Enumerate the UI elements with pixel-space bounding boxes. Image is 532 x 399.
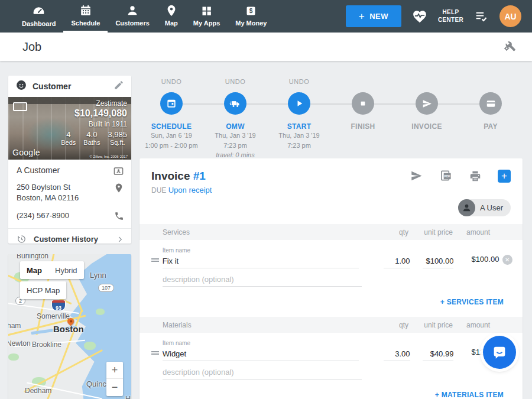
zoom-in-button[interactable]: + (106, 362, 123, 379)
checklist-icon[interactable] (474, 9, 489, 24)
stop-icon (358, 98, 368, 109)
hcp-map-button[interactable]: HCP Map (20, 281, 66, 299)
nav-dashboard[interactable]: Dashboard (14, 0, 63, 33)
location-pin-icon[interactable] (113, 183, 124, 193)
svg-text:PDF: PDF (444, 174, 450, 178)
start-step-button[interactable] (288, 92, 310, 115)
qty-input[interactable] (384, 348, 410, 361)
undo-schedule-button[interactable]: UNDO (161, 78, 181, 86)
play-icon (293, 98, 305, 109)
timeline-step-pay: PAY (459, 78, 523, 160)
edit-pencil-icon[interactable] (113, 80, 124, 93)
invoice-number[interactable]: #1 (193, 170, 206, 182)
map-pin-icon (165, 4, 178, 17)
invoice-title: Invoice #1 (151, 170, 206, 183)
top-nav: Dashboard Schedule Customers Map (0, 0, 532, 33)
schedule-step-button[interactable] (160, 92, 183, 115)
streetview-frame-icon[interactable] (13, 102, 27, 111)
step-label: START (287, 122, 312, 131)
omw-step-button[interactable] (224, 92, 246, 115)
drag-handle[interactable] (151, 257, 163, 268)
address-line-2: Boston, MA 02116 (17, 193, 79, 202)
timeline-step-invoice: INVOICE (395, 78, 459, 160)
section-name: Materials (163, 321, 356, 329)
phone-icon[interactable] (114, 211, 124, 221)
baths-label: Baths (83, 139, 100, 146)
nav-schedule[interactable]: Schedule (63, 0, 108, 33)
map-park (8, 353, 19, 361)
new-button[interactable]: + NEW (346, 5, 401, 27)
address-line-1: 250 Boylston St (17, 183, 70, 192)
nav-my-money[interactable]: $ My Money (228, 0, 274, 33)
step-label: PAY (484, 122, 498, 131)
due-terms-link[interactable]: Upon receipt (168, 186, 212, 194)
chat-bubble-button[interactable] (483, 336, 516, 369)
remove-item-button[interactable]: ✕ (499, 255, 515, 268)
add-invoice-button[interactable]: + (498, 170, 511, 183)
description-input[interactable] (163, 274, 362, 287)
map-type-map-button[interactable]: Map (20, 261, 48, 279)
nav-label: Dashboard (22, 20, 56, 27)
customer-card: Customer Zestimate $10,149,080 Built in … (8, 76, 131, 244)
contact-card-icon[interactable] (113, 166, 124, 177)
item-name-label: Item name (163, 247, 359, 254)
invoice-step-button[interactable] (416, 92, 438, 115)
pay-step-button[interactable] (479, 92, 502, 115)
item-name-input[interactable] (163, 255, 359, 268)
beds-value: 4 (61, 130, 76, 139)
nav-my-apps[interactable]: My Apps (186, 0, 228, 33)
nav-map[interactable]: Map (157, 0, 186, 33)
credit-card-icon (485, 98, 497, 109)
add-services-item-link[interactable]: + SERVICES ITEM (440, 298, 504, 306)
drag-handle[interactable] (151, 350, 163, 361)
heart-pulse-icon[interactable] (412, 9, 427, 24)
customer-card-header: Customer (8, 76, 131, 97)
google-logo: Google (12, 148, 40, 157)
sqft-label: Sq.ft. (108, 139, 127, 146)
baths-value: 4.0 (83, 130, 100, 139)
unit-price-input[interactable] (423, 348, 453, 361)
chevron-right-icon (116, 235, 124, 244)
unit-price-input[interactable] (423, 255, 453, 268)
map-label: Hi (125, 395, 131, 399)
description-input[interactable] (163, 366, 362, 379)
customer-card-title: Customer (33, 82, 108, 91)
user-avatar[interactable]: AU (499, 5, 521, 27)
material-item-row: Item name $122.97 ✕ (140, 340, 523, 361)
item-name-input[interactable] (163, 348, 359, 361)
materials-section-header: Materials qty unit price amount (140, 317, 523, 333)
map-road (44, 309, 83, 399)
service-description-row (140, 274, 523, 287)
undo-omw-button[interactable]: UNDO (225, 78, 245, 86)
job-settings-icon[interactable] (502, 38, 517, 55)
map-type-control: Map Hybrid (20, 261, 84, 279)
finish-step-button[interactable] (352, 92, 374, 115)
help-center-link[interactable]: HELP CENTER (438, 9, 463, 24)
page-title: Job (22, 40, 41, 54)
route-107-badge: 107 (98, 284, 114, 292)
assignee-pill[interactable]: A User (458, 199, 511, 216)
pdf-icon[interactable]: PDF (439, 169, 453, 183)
material-description-row (140, 366, 523, 379)
zoom-out-button[interactable]: − (106, 379, 123, 396)
amount-column-header: amount (458, 228, 499, 236)
map-card: Burlington Lynn Somerville Boston Brookl… (8, 254, 131, 399)
property-photo: Zestimate $10,149,080 Built in 1911 4Bed… (8, 97, 131, 160)
customer-history-button[interactable]: Customer History (8, 228, 131, 250)
add-materials-item-link[interactable]: + MATERIALS ITEM (435, 391, 504, 399)
timeline-step-start: UNDO START Thu, Jan 3 '19 7:23 pm (267, 78, 331, 160)
line-amount: $100.00 (458, 255, 499, 268)
invoice-title-text: Invoice (151, 170, 190, 182)
send-invoice-icon[interactable] (410, 169, 423, 183)
due-label: DUE (151, 186, 166, 194)
app-window: Dashboard Schedule Customers Map (0, 0, 532, 399)
qty-input[interactable] (384, 255, 410, 268)
map-type-hybrid-button[interactable]: Hybrid (48, 261, 84, 279)
invoice-header: Invoice #1 PDF + DUE Upon receipt (140, 158, 523, 216)
primary-nav: Dashboard Schedule Customers Map (14, 0, 274, 33)
undo-start-button[interactable]: UNDO (289, 78, 309, 86)
timeline-step-finish: FINISH (331, 78, 395, 160)
print-icon[interactable] (469, 170, 482, 183)
nav-customers[interactable]: Customers (108, 0, 157, 33)
step-time: 7:23 pm (223, 141, 247, 151)
